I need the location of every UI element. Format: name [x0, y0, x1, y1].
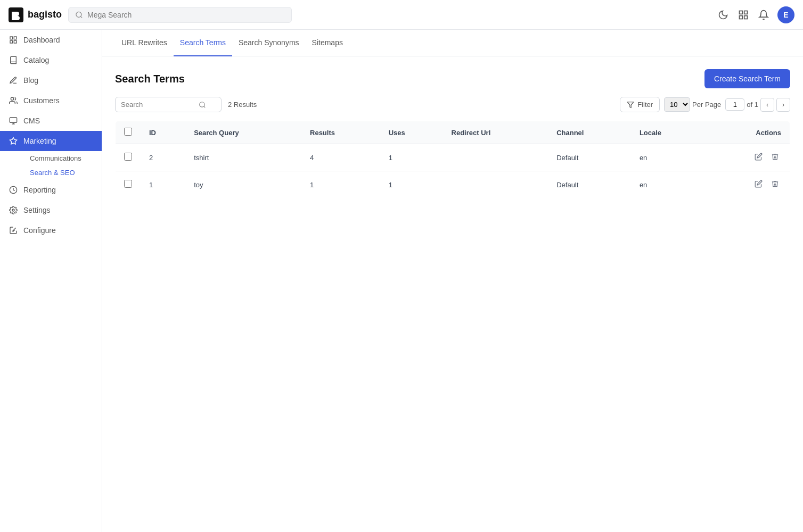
header-search-query: Search Query: [185, 121, 301, 144]
row-locale: en: [631, 171, 704, 198]
svg-rect-9: [14, 40, 17, 43]
configure-icon: [9, 226, 18, 235]
page-total: of 1: [747, 101, 758, 109]
per-page-label: Per Page: [692, 101, 721, 109]
logo[interactable]: bagisto: [9, 7, 62, 22]
sidebar-item-blog[interactable]: Blog: [0, 70, 102, 90]
grid-icon[interactable]: [737, 9, 750, 21]
row-redirect-url: [443, 144, 548, 171]
content-area: URL Rewrites Search Terms Search Synonym…: [102, 30, 803, 532]
sidebar-item-reporting[interactable]: Reporting: [0, 180, 102, 200]
filter-icon: [627, 101, 634, 109]
edit-button[interactable]: [752, 178, 765, 192]
row-actions: [704, 144, 790, 171]
tab-sitemaps[interactable]: Sitemaps: [306, 30, 349, 56]
row-search-query: toy: [185, 171, 301, 198]
sidebar-item-settings[interactable]: Settings: [0, 200, 102, 220]
edit-button[interactable]: [752, 151, 765, 164]
page-header: Search Terms Create Search Term: [102, 56, 803, 97]
sidebar: Dashboard Catalog Blog Customers CMS: [0, 30, 102, 532]
svg-rect-2: [740, 11, 743, 14]
catalog-icon: [9, 55, 18, 65]
tab-search-terms[interactable]: Search Terms: [174, 30, 232, 56]
svg-rect-8: [10, 40, 13, 43]
row-uses: 1: [380, 171, 443, 198]
svg-rect-4: [740, 15, 743, 19]
row-uses: 1: [380, 144, 443, 171]
logo-text: bagisto: [28, 9, 62, 20]
delete-button[interactable]: [769, 151, 781, 164]
row-id: 2: [141, 144, 185, 171]
marketing-submenu: Communications Search & SEO: [0, 151, 102, 180]
search-submit-icon[interactable]: [199, 101, 206, 109]
svg-marker-12: [10, 137, 17, 144]
nav-tabs: URL Rewrites Search Terms Search Synonym…: [102, 30, 803, 56]
sidebar-label-blog: Blog: [23, 76, 38, 85]
sidebar-item-customers[interactable]: Customers: [0, 90, 102, 111]
sidebar-label-reporting: Reporting: [23, 186, 56, 194]
sidebar-subitem-search-seo[interactable]: Search & SEO: [23, 165, 102, 180]
table-row: 1 toy 1 1 Default en: [116, 171, 790, 198]
row-redirect-url: [443, 171, 548, 198]
svg-point-15: [200, 102, 204, 106]
search-terms-table: ID Search Query Results Uses Redirect Ur…: [115, 121, 790, 198]
row-id: 1: [141, 171, 185, 198]
svg-point-1: [76, 12, 81, 17]
svg-marker-16: [627, 102, 634, 107]
header-channel: Channel: [548, 121, 631, 144]
delete-button[interactable]: [769, 178, 781, 192]
user-avatar[interactable]: E: [777, 6, 794, 23]
row-search-query: tshirt: [185, 144, 301, 171]
mega-search-input[interactable]: [87, 11, 285, 19]
row-results: 1: [301, 171, 380, 198]
layout: Dashboard Catalog Blog Customers CMS: [0, 30, 803, 532]
prev-page-button[interactable]: ‹: [760, 98, 774, 112]
moon-icon[interactable]: [717, 9, 730, 21]
tab-search-synonyms[interactable]: Search Synonyms: [232, 30, 306, 56]
sidebar-label-cms: CMS: [23, 117, 40, 125]
row-actions: [704, 171, 790, 198]
per-page-select: 10 25 50 Per Page: [664, 97, 721, 112]
toolbar-right: Filter 10 25 50 Per Page of 1 ‹: [620, 97, 790, 112]
logo-icon: [9, 7, 23, 22]
results-count: 2 Results: [228, 101, 257, 109]
table-row: 2 tshirt 4 1 Default en: [116, 144, 790, 171]
create-search-term-button[interactable]: Create Search Term: [704, 69, 790, 88]
svg-rect-3: [744, 11, 748, 14]
header-redirect-url: Redirect Url: [443, 121, 548, 144]
search-input-wrap[interactable]: [115, 97, 222, 112]
row-channel: Default: [548, 171, 631, 198]
sidebar-label-marketing: Marketing: [23, 137, 56, 145]
sidebar-item-catalog[interactable]: Catalog: [0, 50, 102, 70]
select-all-checkbox[interactable]: [124, 128, 132, 136]
search-icon: [75, 11, 83, 19]
row-checkbox[interactable]: [124, 180, 132, 188]
svg-point-14: [12, 209, 14, 211]
sidebar-item-dashboard[interactable]: Dashboard: [0, 30, 102, 50]
sidebar-subitem-communications[interactable]: Communications: [23, 151, 102, 165]
per-page-dropdown[interactable]: 10 25 50: [664, 97, 690, 112]
row-channel: Default: [548, 144, 631, 171]
page-title: Search Terms: [115, 73, 185, 85]
sidebar-item-configure[interactable]: Configure: [0, 220, 102, 240]
sidebar-label-settings: Settings: [23, 206, 51, 214]
bell-icon[interactable]: [757, 9, 770, 21]
mega-search-bar[interactable]: [68, 7, 292, 23]
search-input[interactable]: [121, 101, 195, 109]
tab-url-rewrites[interactable]: URL Rewrites: [115, 30, 174, 56]
header-checkbox-cell: [116, 121, 141, 144]
cms-icon: [9, 116, 18, 126]
row-locale: en: [631, 144, 704, 171]
filter-button[interactable]: Filter: [620, 97, 660, 112]
page-input[interactable]: [725, 98, 744, 111]
next-page-button[interactable]: ›: [776, 98, 790, 112]
filter-label: Filter: [637, 101, 653, 109]
sidebar-item-cms[interactable]: CMS: [0, 111, 102, 131]
svg-rect-7: [14, 37, 17, 39]
topbar: bagisto E: [0, 0, 803, 30]
svg-rect-11: [10, 118, 17, 122]
header-actions: Actions: [704, 121, 790, 144]
row-checkbox[interactable]: [124, 153, 132, 161]
settings-icon: [9, 205, 18, 215]
sidebar-item-marketing[interactable]: Marketing: [0, 131, 102, 151]
